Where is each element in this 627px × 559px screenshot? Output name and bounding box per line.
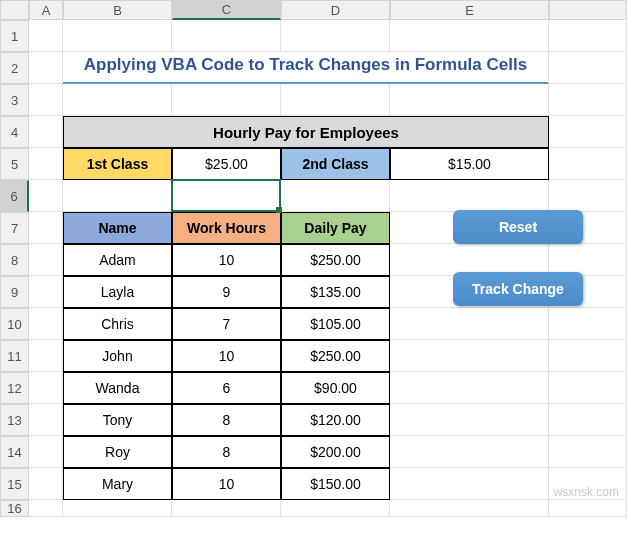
cell-A14[interactable] — [29, 436, 63, 468]
cell-A16[interactable] — [29, 500, 63, 517]
cell-A11[interactable] — [29, 340, 63, 372]
cell-C16[interactable] — [172, 500, 281, 517]
cell-A9[interactable] — [29, 276, 63, 308]
table-row[interactable]: 8 — [172, 436, 281, 468]
cell-F3[interactable] — [549, 84, 627, 116]
cell-E15[interactable] — [390, 468, 549, 500]
cell-B3[interactable] — [63, 84, 172, 116]
row-header-4[interactable]: 4 — [0, 116, 29, 148]
col-header-blank[interactable] — [549, 0, 627, 20]
track-change-button[interactable]: Track Change — [453, 272, 583, 306]
cell-C6[interactable] — [172, 180, 281, 212]
cell-A2[interactable] — [29, 52, 63, 84]
table-row[interactable]: Mary — [63, 468, 172, 500]
cell-F14[interactable] — [549, 436, 627, 468]
second-class-label[interactable]: 2nd Class — [281, 148, 390, 180]
table-row[interactable]: Adam — [63, 244, 172, 276]
cell-F2[interactable] — [549, 52, 627, 84]
second-class-value[interactable]: $15.00 — [390, 148, 549, 180]
cell-A1[interactable] — [29, 20, 63, 52]
table-row[interactable]: $250.00 — [281, 340, 390, 372]
page-title[interactable]: Applying VBA Code to Track Changes in Fo… — [63, 52, 549, 84]
col-header-A[interactable]: A — [29, 0, 63, 20]
row-header-10[interactable]: 10 — [0, 308, 29, 340]
cell-E10[interactable] — [390, 308, 549, 340]
cell-F11[interactable] — [549, 340, 627, 372]
cell-F4[interactable] — [549, 116, 627, 148]
cell-E11[interactable] — [390, 340, 549, 372]
row-header-16[interactable]: 16 — [0, 500, 29, 517]
table-row[interactable]: $105.00 — [281, 308, 390, 340]
col-header-C[interactable]: C — [172, 0, 281, 20]
row-header-6[interactable]: 6 — [0, 180, 29, 212]
row-header-8[interactable]: 8 — [0, 244, 29, 276]
cell-C1[interactable] — [172, 20, 281, 52]
row-header-15[interactable]: 15 — [0, 468, 29, 500]
row-header-3[interactable]: 3 — [0, 84, 29, 116]
cell-B1[interactable] — [63, 20, 172, 52]
row-header-7[interactable]: 7 — [0, 212, 29, 244]
table-row[interactable]: $120.00 — [281, 404, 390, 436]
table-row[interactable]: 7 — [172, 308, 281, 340]
cell-A4[interactable] — [29, 116, 63, 148]
col-header-E[interactable]: E — [390, 0, 549, 20]
row-header-9[interactable]: 9 — [0, 276, 29, 308]
col-header-D[interactable]: D — [281, 0, 390, 20]
cell-F1[interactable] — [549, 20, 627, 52]
cell-E12[interactable] — [390, 372, 549, 404]
table-row[interactable]: $250.00 — [281, 244, 390, 276]
cell-B6[interactable] — [63, 180, 172, 212]
cell-F16[interactable] — [549, 500, 627, 517]
table-row[interactable]: Tony — [63, 404, 172, 436]
cell-E3[interactable] — [390, 84, 549, 116]
table-row[interactable]: $135.00 — [281, 276, 390, 308]
table-row[interactable]: 10 — [172, 244, 281, 276]
cell-A3[interactable] — [29, 84, 63, 116]
cell-C3[interactable] — [172, 84, 281, 116]
first-class-label[interactable]: 1st Class — [63, 148, 172, 180]
reset-button[interactable]: Reset — [453, 210, 583, 244]
cell-F5[interactable] — [549, 148, 627, 180]
table-row[interactable]: 10 — [172, 468, 281, 500]
cell-A10[interactable] — [29, 308, 63, 340]
cell-A7[interactable] — [29, 212, 63, 244]
cell-F6[interactable] — [549, 180, 627, 212]
cell-E14[interactable] — [390, 436, 549, 468]
row-header-1[interactable]: 1 — [0, 20, 29, 52]
cell-D6[interactable] — [281, 180, 390, 212]
row-header-5[interactable]: 5 — [0, 148, 29, 180]
table-row[interactable]: 10 — [172, 340, 281, 372]
table-row[interactable]: 6 — [172, 372, 281, 404]
cell-A5[interactable] — [29, 148, 63, 180]
table-row[interactable]: 8 — [172, 404, 281, 436]
table-row[interactable]: Layla — [63, 276, 172, 308]
cell-B16[interactable] — [63, 500, 172, 517]
first-class-value[interactable]: $25.00 — [172, 148, 281, 180]
cell-A12[interactable] — [29, 372, 63, 404]
cell-F12[interactable] — [549, 372, 627, 404]
th-pay[interactable]: Daily Pay — [281, 212, 390, 244]
cell-D1[interactable] — [281, 20, 390, 52]
table-row[interactable]: $90.00 — [281, 372, 390, 404]
cell-A13[interactable] — [29, 404, 63, 436]
table-row[interactable]: John — [63, 340, 172, 372]
table-row[interactable]: $200.00 — [281, 436, 390, 468]
cell-E16[interactable] — [390, 500, 549, 517]
th-name[interactable]: Name — [63, 212, 172, 244]
th-hours[interactable]: Work Hours — [172, 212, 281, 244]
cell-E13[interactable] — [390, 404, 549, 436]
cell-A15[interactable] — [29, 468, 63, 500]
cell-A6[interactable] — [29, 180, 63, 212]
cell-E6[interactable] — [390, 180, 549, 212]
cell-F13[interactable] — [549, 404, 627, 436]
cell-E1[interactable] — [390, 20, 549, 52]
col-header-B[interactable]: B — [63, 0, 172, 20]
table-row[interactable]: 9 — [172, 276, 281, 308]
cell-A8[interactable] — [29, 244, 63, 276]
cell-D16[interactable] — [281, 500, 390, 517]
cell-F10[interactable] — [549, 308, 627, 340]
table-row[interactable]: Chris — [63, 308, 172, 340]
row-header-13[interactable]: 13 — [0, 404, 29, 436]
table-row[interactable]: Wanda — [63, 372, 172, 404]
row-header-12[interactable]: 12 — [0, 372, 29, 404]
